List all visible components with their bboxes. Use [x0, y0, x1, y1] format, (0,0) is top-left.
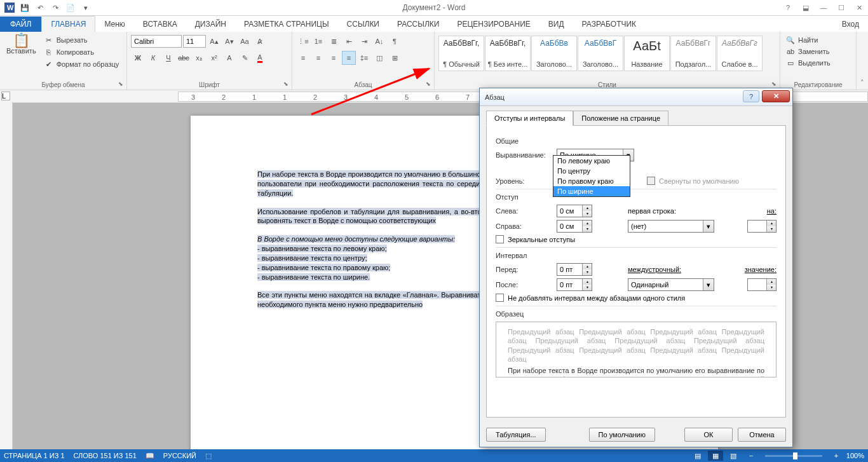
numbering-icon[interactable]: 1≡ [311, 34, 325, 48]
multilevel-icon[interactable]: ≣ [327, 34, 341, 48]
show-marks-icon[interactable]: ¶ [388, 34, 402, 48]
style-item[interactable]: АаБtНазвание [624, 36, 670, 71]
paragraph-launcher-icon[interactable]: ⬊ [424, 79, 433, 88]
indent-right-spinner[interactable]: 0 см▴▾ [557, 220, 592, 233]
tab-menu[interactable]: Меню [95, 17, 133, 32]
linespacing-combo[interactable]: Одинарный▾ [628, 278, 714, 291]
tab-layout[interactable]: РАЗМЕТКА СТРАНИЦЫ [235, 17, 338, 32]
tab-home[interactable]: ГЛАВНАЯ [41, 16, 95, 32]
dialog-close-button[interactable]: ✕ [762, 90, 790, 102]
alignment-option[interactable]: По центру [553, 166, 630, 176]
font-size-combo[interactable] [183, 35, 206, 48]
styles-launcher-icon[interactable]: ⬊ [770, 79, 778, 88]
indent-left-spinner[interactable]: 0 см▴▾ [557, 205, 592, 217]
tab-review[interactable]: РЕЦЕНЗИРОВАНИЕ [448, 17, 539, 32]
superscript-button[interactable]: x² [207, 51, 221, 65]
strike-button[interactable]: abc [177, 51, 191, 65]
new-doc-icon[interactable]: 📄 [64, 1, 78, 15]
style-item[interactable]: АаБбВвГг,¶ Обычный [438, 36, 484, 71]
subscript-button[interactable]: x₂ [192, 51, 206, 65]
sort-icon[interactable]: A↓ [372, 34, 386, 48]
alignment-option[interactable]: По правому краю [553, 176, 630, 186]
tab-view[interactable]: ВИД [539, 17, 573, 32]
tab-design[interactable]: ДИЗАЙН [186, 17, 235, 32]
tab-mail[interactable]: РАССЫЛКИ [388, 17, 448, 32]
status-page[interactable]: СТРАНИЦА 1 ИЗ 1 [4, 452, 65, 459]
font-name-combo[interactable] [131, 35, 182, 48]
default-button[interactable]: По умолчанию [589, 428, 655, 442]
undo-icon[interactable]: ↶ [33, 1, 47, 15]
font-color-icon[interactable]: A [253, 51, 267, 65]
style-item[interactable]: АаБбВвГгПодзагол... [670, 36, 716, 71]
clipboard-launcher-icon[interactable]: ⬊ [116, 79, 125, 88]
after-spinner[interactable]: 0 пт▴▾ [557, 278, 592, 291]
maximize-icon[interactable]: ☐ [832, 1, 850, 14]
minimize-icon[interactable]: — [815, 1, 832, 14]
read-mode-icon[interactable]: ▤ [690, 451, 705, 461]
align-center-button[interactable]: ≡ [311, 51, 325, 65]
grow-font-icon[interactable]: A▴ [207, 34, 221, 48]
status-words[interactable]: СЛОВО 151 ИЗ 151 [74, 452, 137, 459]
dialog-tab-indents[interactable]: Отступы и интервалы [486, 111, 573, 126]
firstline-combo[interactable]: (нет)▾ [628, 220, 714, 233]
tab-refs[interactable]: ССЫЛКИ [338, 17, 388, 32]
borders-icon[interactable]: ⊞ [388, 51, 402, 65]
find-button[interactable]: 🔍Найти [784, 34, 852, 46]
style-item[interactable]: АаБбВвГЗаголово... [578, 36, 623, 71]
decrease-indent-icon[interactable]: ⇤ [342, 34, 356, 48]
qat-more-icon[interactable]: ▾ [79, 1, 93, 15]
redo-icon[interactable]: ↷ [48, 1, 62, 15]
by-spinner[interactable]: ▴▾ [747, 220, 776, 233]
login-link[interactable]: Вход [833, 17, 868, 32]
shading-icon[interactable]: ◫ [372, 51, 386, 65]
print-layout-icon[interactable]: ▦ [708, 451, 723, 461]
status-lang[interactable]: РУССКИЙ [163, 452, 196, 459]
zoom-level[interactable]: 100% [846, 452, 864, 459]
format-painter-button[interactable]: ✔Формат по образцу [43, 58, 121, 70]
bold-button[interactable]: Ж [131, 51, 145, 65]
before-spinner[interactable]: 0 пт▴▾ [557, 263, 592, 276]
align-right-button[interactable]: ≡ [327, 51, 341, 65]
change-case-icon[interactable]: Aa [238, 34, 252, 48]
align-left-button[interactable]: ≡ [296, 51, 310, 65]
save-icon[interactable]: 💾 [18, 1, 32, 15]
value-spinner[interactable]: ▴▾ [747, 278, 776, 291]
alignment-option[interactable]: По левому краю [553, 156, 630, 166]
mirror-checkbox[interactable] [496, 235, 504, 243]
font-launcher-icon[interactable]: ⬊ [281, 79, 290, 88]
ribbon-options-icon[interactable]: ⬓ [797, 1, 815, 14]
text-effects-icon[interactable]: A [222, 51, 236, 65]
style-item[interactable]: АаБбВвГг,¶ Без инте... [485, 36, 531, 71]
zoom-out-icon[interactable]: − [743, 451, 759, 461]
increase-indent-icon[interactable]: ⇥ [357, 34, 371, 48]
tab-file[interactable]: ФАЙЛ [0, 17, 41, 32]
italic-button[interactable]: К [146, 51, 160, 65]
style-item[interactable]: АаБбВвГгСлабое в... [717, 36, 763, 71]
shrink-font-icon[interactable]: A▾ [222, 34, 236, 48]
zoom-slider[interactable] [765, 455, 822, 457]
tabs-button[interactable]: Табуляция... [486, 428, 546, 442]
styles-gallery[interactable]: АаБбВвГг,¶ ОбычныйАаБбВвГг,¶ Без инте...… [438, 34, 776, 71]
line-spacing-icon[interactable]: ‡≡ [357, 51, 371, 65]
clear-format-icon[interactable]: A̷ [253, 34, 267, 48]
cancel-button[interactable]: Отмена [738, 428, 786, 442]
help-icon[interactable]: ? [779, 1, 797, 14]
cut-button[interactable]: ✂Вырезать [43, 34, 121, 46]
web-layout-icon[interactable]: ▧ [726, 451, 741, 461]
zoom-in-icon[interactable]: + [829, 451, 844, 461]
tab-selector-icon[interactable]: L [1, 92, 10, 100]
alignment-option[interactable]: По ширине [553, 186, 630, 196]
tab-insert[interactable]: ВСТАВКА [134, 17, 186, 32]
dialog-tab-position[interactable]: Положение на странице [573, 111, 668, 126]
underline-button[interactable]: Ч [161, 51, 175, 65]
dialog-help-button[interactable]: ? [743, 90, 759, 102]
highlight-icon[interactable]: ✎ [238, 51, 252, 65]
style-item[interactable]: АаБбВвЗаголово... [531, 36, 577, 71]
align-justify-button[interactable]: ≡ [342, 51, 356, 65]
bullets-icon[interactable]: ⋮≡ [296, 34, 310, 48]
word-icon[interactable]: W [3, 1, 17, 15]
vertical-ruler[interactable] [0, 102, 13, 449]
tab-dev[interactable]: РАЗРАБОТЧИК [573, 17, 646, 32]
replace-button[interactable]: abЗаменить [784, 46, 852, 57]
copy-button[interactable]: ⎘Копировать [43, 46, 121, 58]
